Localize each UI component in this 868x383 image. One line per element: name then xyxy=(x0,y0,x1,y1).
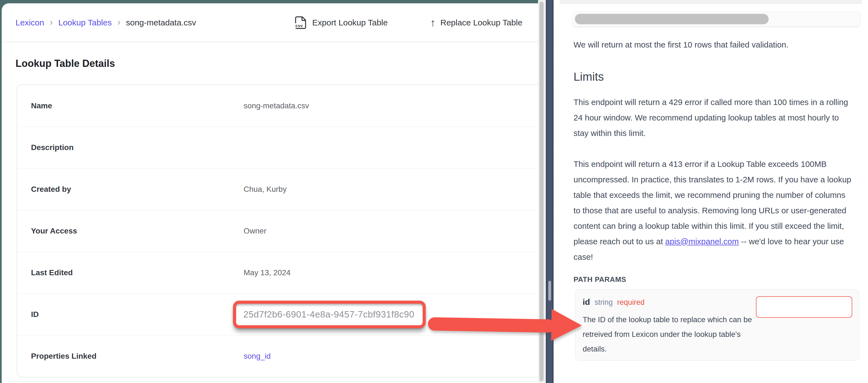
app-surface: Lexicon › Lookup Tables › song-metadata.… xyxy=(2,3,538,383)
chevron-right-icon: › xyxy=(117,16,120,29)
path-param-card: id string required The ID of the lookup … xyxy=(575,289,859,360)
row-value: Chua, Kurby xyxy=(244,185,538,194)
page-header: Lexicon › Lookup Tables › song-metadata.… xyxy=(2,3,538,42)
pane-divider-bar xyxy=(546,0,554,383)
property-link-song-id[interactable]: song_id xyxy=(244,352,271,360)
divider-scroll-handle[interactable] xyxy=(548,281,551,301)
replace-button-label: Replace Lookup Table xyxy=(440,18,522,27)
param-description: The ID of the lookup table to replace wh… xyxy=(583,312,760,356)
breadcrumb-current-file: song-metadata.csv xyxy=(126,18,196,27)
row-value: May 13, 2024 xyxy=(244,268,538,277)
screenshot-stage: Lexicon › Lookup Tables › song-metadata.… xyxy=(0,0,868,383)
next-section-divider xyxy=(8,381,538,382)
row-value: song_id xyxy=(244,352,538,360)
detail-row-last-edited: Last Edited May 13, 2024 xyxy=(17,252,538,293)
csv-file-icon: csv xyxy=(294,16,307,30)
replace-lookup-table-button[interactable]: ↑ Replace Lookup Table xyxy=(430,3,522,42)
param-type: string xyxy=(594,298,613,307)
path-params-heading: PATH PARAMS xyxy=(574,275,853,284)
breadcrumb: Lexicon › Lookup Tables › song-metadata.… xyxy=(16,3,196,42)
row-label: Created by xyxy=(31,185,244,194)
detail-row-created-by: Created by Chua, Kurby xyxy=(17,168,538,210)
page-body: Lookup Table Details Name song-metadata.… xyxy=(2,58,538,378)
limits-paragraph-413: This endpoint will return a 413 error if… xyxy=(574,156,853,265)
export-button-label: Export Lookup Table xyxy=(312,18,388,27)
row-label: Your Access xyxy=(31,227,244,236)
left-pane-scrollbar-thumb[interactable] xyxy=(539,2,544,381)
breadcrumb-link-lexicon[interactable]: Lexicon xyxy=(16,18,44,27)
limits-paragraph-429: This endpoint will return a 429 error if… xyxy=(574,95,853,141)
detail-row-description: Description xyxy=(17,127,538,168)
export-lookup-table-button[interactable]: csv Export Lookup Table xyxy=(294,3,388,42)
upload-arrow-icon: ↑ xyxy=(430,18,435,28)
id-highlight-annotation-box: 25d7f2b6-6901-4e8a-9457-7cbf931f8c90 xyxy=(233,301,426,328)
row-label: ID xyxy=(31,310,244,319)
detail-row-id: ID 25d7f2b6-6901-4e8a-9457-7cbf931f8c90 xyxy=(17,293,538,335)
row-label: Description xyxy=(31,143,244,152)
lookup-table-id-value: 25d7f2b6-6901-4e8a-9457-7cbf931f8c90 xyxy=(243,309,414,320)
docs-intro-text: We will return at most the first 10 rows… xyxy=(574,37,853,53)
row-value: Owner xyxy=(244,227,538,236)
limits-heading: Limits xyxy=(574,70,853,83)
param-name: id xyxy=(583,297,590,307)
docs-pane: We will return at most the first 10 rows… xyxy=(554,0,868,383)
row-label: Name xyxy=(31,101,244,110)
row-label: Last Edited xyxy=(31,268,244,277)
breadcrumb-link-lookup-tables[interactable]: Lookup Tables xyxy=(58,18,112,27)
page-title: Lookup Table Details xyxy=(16,58,538,69)
row-value: 25d7f2b6-6901-4e8a-9457-7cbf931f8c90 xyxy=(244,301,538,328)
detail-row-properties-linked: Properties Linked song_id xyxy=(17,335,538,377)
chevron-right-icon: › xyxy=(50,16,53,29)
lookup-table-details-card: Name song-metadata.csv Description Creat… xyxy=(17,84,538,378)
detail-row-name: Name song-metadata.csv xyxy=(17,85,538,127)
svg-text:csv: csv xyxy=(295,24,303,29)
email-link[interactable]: apis@mixpanel.com xyxy=(665,237,739,246)
param-required-badge: required xyxy=(617,298,645,307)
docs-content: We will return at most the first 10 rows… xyxy=(574,0,853,360)
row-value: song-metadata.csv xyxy=(244,101,538,110)
row-label: Properties Linked xyxy=(31,352,244,360)
left-pane-scrollbar-track xyxy=(538,0,546,383)
paragraph-413-pre: This endpoint will return a 413 error if… xyxy=(574,160,851,246)
detail-row-your-access: Your Access Owner xyxy=(17,210,538,252)
id-param-input[interactable] xyxy=(756,296,852,318)
mixpanel-app-pane: Lexicon › Lookup Tables › song-metadata.… xyxy=(0,0,538,383)
